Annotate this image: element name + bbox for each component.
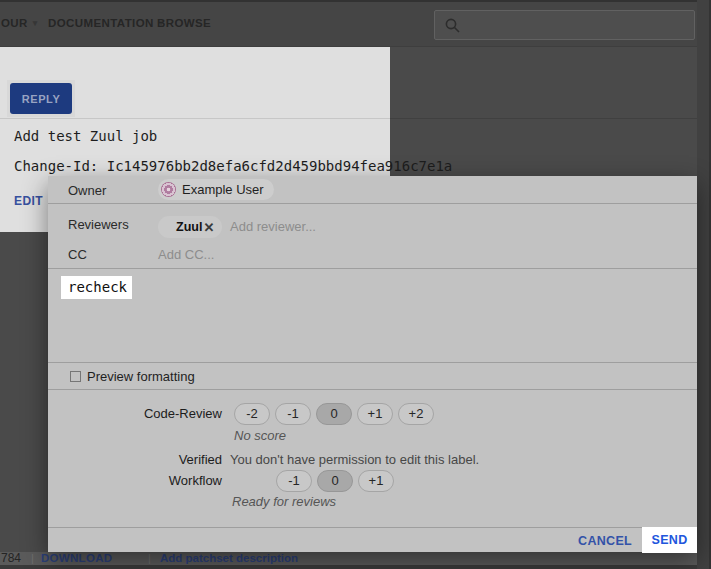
reply-button[interactable]: REPLY — [10, 83, 72, 114]
verified-label: Verified — [68, 452, 222, 467]
verified-permission-message: You don't have permission to edit this l… — [230, 452, 479, 467]
dialog-footer: CANCEL SEND — [48, 527, 697, 552]
send-button[interactable]: SEND — [652, 533, 688, 547]
score-button--2[interactable]: -2 — [234, 403, 270, 425]
code-review-buttons: -2-10+1+2 — [234, 403, 434, 425]
code-review-status: No score — [234, 428, 286, 443]
reply-button-highlight: REPLY — [7, 80, 75, 117]
menu-item-label: BROWSE — [157, 17, 211, 29]
score-button-+1[interactable]: +1 — [358, 470, 394, 492]
menu-item-our[interactable]: OUR▾ — [1, 17, 38, 29]
reviewers-label: Reviewers — [68, 217, 129, 232]
page-divider — [390, 118, 711, 119]
commit-message-text: Add test Zuul job — [14, 128, 157, 144]
preview-formatting-row: Preview formatting — [48, 362, 697, 390]
close-icon[interactable]: ✕ — [203, 220, 214, 235]
score-button-+2[interactable]: +2 — [398, 403, 434, 425]
menu-item-documentation[interactable]: DOCUMENTATION▾ — [48, 17, 164, 29]
score-button-0[interactable]: 0 — [316, 403, 352, 425]
score-button--1[interactable]: -1 — [276, 470, 312, 492]
separator: | — [148, 552, 151, 565]
reply-message-textarea[interactable]: recheck — [48, 269, 697, 362]
menu-item-label: OUR — [1, 17, 28, 29]
message-text-highlight: recheck — [61, 276, 132, 299]
search-input[interactable] — [461, 11, 694, 39]
score-button-0[interactable]: 0 — [317, 470, 353, 492]
workflow-buttons: -10+1 — [276, 470, 394, 492]
download-link[interactable]: DOWNLOAD — [41, 552, 112, 565]
change-id-text: Change-Id: Ic145976bb2d8efa6cfd2d459bbd9… — [14, 158, 452, 174]
score-button--1[interactable]: -1 — [275, 403, 311, 425]
owner-chip: Example User — [158, 179, 274, 200]
gerrit-change-screen: OUR▾ DOCUMENTATION▾ BROWSE REPLY Add tes… — [0, 0, 711, 569]
owner-row: Owner Example User — [48, 176, 697, 204]
edit-link[interactable]: EDIT — [14, 194, 43, 208]
chevron-down-icon: ▾ — [33, 18, 38, 28]
send-button-highlight: SEND — [642, 527, 697, 553]
message-text: recheck — [68, 279, 127, 295]
add-patchset-description-link[interactable]: Add patchset description — [160, 552, 298, 565]
preview-formatting-checkbox[interactable] — [70, 371, 81, 382]
workflow-label: Workflow — [68, 473, 222, 488]
preview-formatting-label: Preview formatting — [87, 369, 195, 384]
score-button-+1[interactable]: +1 — [357, 403, 393, 425]
code-review-label: Code-Review — [68, 406, 222, 421]
menu-item-label: DOCUMENTATION — [48, 17, 154, 29]
add-reviewer-input[interactable]: Add reviewer... — [230, 219, 316, 234]
owner-label: Owner — [68, 183, 106, 198]
toolbar-divider — [0, 118, 390, 119]
search-box — [434, 10, 695, 40]
add-cc-input[interactable]: Add CC... — [158, 247, 214, 262]
reply-dialog: Owner Example User Reviewers Zuul ✕ Add … — [48, 176, 697, 552]
avatar — [161, 182, 176, 197]
menu-item-browse[interactable]: BROWSE — [157, 17, 211, 29]
workflow-status: Ready for reviews — [232, 494, 336, 509]
bottom-bar: 784 | DOWNLOAD | Add patchset descriptio… — [0, 552, 711, 565]
owner-name: Example User — [182, 182, 264, 197]
bottom-edge — [0, 565, 711, 569]
cancel-button[interactable]: CANCEL — [578, 534, 632, 548]
search-icon — [444, 17, 461, 34]
top-header-bar: OUR▾ DOCUMENTATION▾ BROWSE — [0, 0, 711, 47]
separator: | — [31, 552, 34, 565]
reviewer-name: Zuul — [176, 220, 202, 234]
cc-label: CC — [68, 247, 87, 262]
patch-number: 784 — [1, 552, 21, 565]
reviewer-chip: Zuul ✕ — [158, 216, 222, 238]
